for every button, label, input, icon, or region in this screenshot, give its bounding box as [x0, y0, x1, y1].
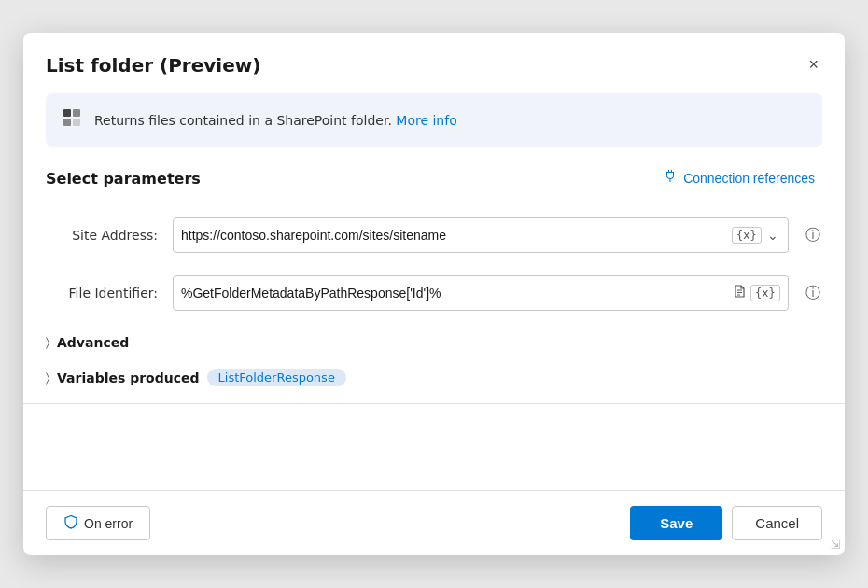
svg-rect-3: [73, 119, 80, 126]
site-address-row: Site Address: {x} ⌄ ⓘ: [46, 206, 822, 264]
file-identifier-doc-icon[interactable]: [732, 284, 747, 302]
site-address-variable-badge[interactable]: {x}: [732, 227, 762, 244]
footer-actions: Save Cancel: [630, 506, 822, 540]
file-identifier-label: File Identifier:: [46, 286, 158, 301]
footer-divider: [23, 403, 845, 404]
plug-icon: [663, 169, 678, 188]
site-address-actions: {x} ⌄: [732, 226, 780, 245]
site-address-chevron-button[interactable]: ⌄: [765, 226, 780, 245]
form-area: Site Address: {x} ⌄ ⓘ File Identifier:: [23, 203, 845, 326]
info-banner: Returns files contained in a SharePoint …: [46, 93, 822, 147]
section-header: Select parameters Connection references: [23, 147, 845, 203]
more-info-link[interactable]: More info: [396, 113, 456, 128]
svg-rect-1: [73, 109, 80, 117]
site-address-label: Site Address:: [46, 228, 158, 243]
cancel-button[interactable]: Cancel: [732, 506, 822, 540]
on-error-label: On error: [84, 516, 133, 531]
advanced-chevron-icon: 〉: [46, 335, 49, 350]
file-identifier-input[interactable]: [181, 286, 724, 301]
dialog: List folder (Preview) × Returns files co…: [23, 33, 845, 555]
advanced-label: Advanced: [57, 335, 129, 350]
file-identifier-variable-badge[interactable]: {x}: [750, 285, 780, 301]
info-banner-icon: [61, 106, 83, 133]
svg-rect-0: [63, 109, 71, 117]
dialog-header: List folder (Preview) ×: [23, 33, 845, 93]
variables-chevron-icon: 〉: [46, 371, 49, 385]
section-title: Select parameters: [46, 170, 201, 188]
dialog-title: List folder (Preview): [46, 54, 260, 77]
site-address-input[interactable]: [181, 228, 724, 243]
banner-text: Returns files contained in a SharePoint …: [94, 113, 807, 128]
connection-references-label: Connection references: [683, 171, 815, 186]
dialog-footer: On error Save Cancel: [23, 490, 845, 555]
variables-produced-label: Variables produced: [57, 371, 200, 385]
close-button[interactable]: ×: [805, 51, 822, 78]
shield-icon: [63, 514, 78, 532]
save-button[interactable]: Save: [630, 506, 722, 540]
connection-references-button[interactable]: Connection references: [655, 165, 822, 191]
variables-produced-badge: ListFolderResponse: [207, 369, 346, 386]
advanced-section[interactable]: 〉 Advanced: [23, 326, 845, 359]
on-error-button[interactable]: On error: [46, 506, 150, 540]
file-identifier-row: File Identifier: {x}: [46, 264, 822, 322]
file-identifier-info-button[interactable]: ⓘ: [804, 282, 822, 305]
file-identifier-input-wrap[interactable]: {x}: [173, 275, 789, 311]
variables-produced-section[interactable]: 〉 Variables produced ListFolderResponse: [23, 359, 845, 396]
site-address-input-wrap[interactable]: {x} ⌄: [173, 217, 789, 253]
svg-rect-2: [63, 119, 71, 126]
resize-handle[interactable]: ⇲: [831, 538, 841, 552]
file-identifier-actions: {x}: [732, 284, 780, 302]
site-address-info-button[interactable]: ⓘ: [804, 224, 822, 247]
